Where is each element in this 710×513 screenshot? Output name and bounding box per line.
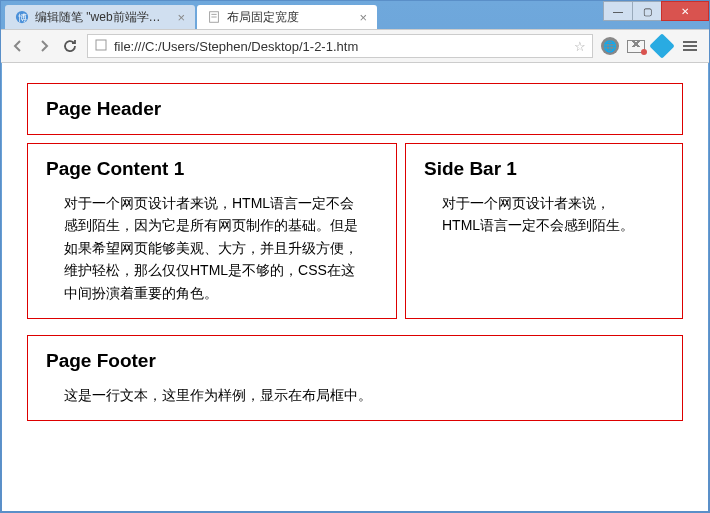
browser-window: 博 编辑随笔 "web前端学习笔 × 布局固定宽度 × — ▢ ✕ ☆ 🌐 <box>0 0 710 513</box>
favicon-icon: 博 <box>15 10 29 24</box>
page-content: Page Header Page Content 1 对于一个网页设计者来说，H… <box>2 63 708 511</box>
page-header-box: Page Header <box>27 83 683 135</box>
close-icon[interactable]: × <box>359 10 367 25</box>
sidebar-1-body: 对于一个网页设计者来说，HTML语言一定不会感到陌生。 <box>424 192 664 237</box>
bookmark-icon[interactable]: ☆ <box>574 39 586 54</box>
sidebar-1-title: Side Bar 1 <box>424 158 664 180</box>
minimize-button[interactable]: — <box>603 1 633 21</box>
titlebar: 博 编辑随笔 "web前端学习笔 × 布局固定宽度 × — ▢ ✕ <box>1 1 709 29</box>
file-icon <box>207 10 221 24</box>
content-1-body: 对于一个网页设计者来说，HTML语言一定不会感到陌生，因为它是所有网页制作的基础… <box>46 192 378 304</box>
content-1-title: Page Content 1 <box>46 158 378 180</box>
svg-rect-5 <box>96 40 106 50</box>
close-button[interactable]: ✕ <box>661 1 709 21</box>
maximize-button[interactable]: ▢ <box>632 1 662 21</box>
toolbar: ☆ 🌐 <box>1 29 709 63</box>
tab-title: 编辑随笔 "web前端学习笔 <box>35 9 171 26</box>
tag-icon[interactable] <box>649 33 674 58</box>
sidebar-1-box: Side Bar 1 对于一个网页设计者来说，HTML语言一定不会感到陌生。 <box>405 143 683 319</box>
tab-title: 布局固定宽度 <box>227 9 353 26</box>
globe-icon <box>94 38 108 55</box>
window-controls: — ▢ ✕ <box>604 1 709 21</box>
address-bar[interactable]: ☆ <box>87 34 593 58</box>
page-header-title: Page Header <box>46 98 664 120</box>
tab-active[interactable]: 布局固定宽度 × <box>197 5 377 29</box>
url-input[interactable] <box>114 39 568 54</box>
tab-inactive[interactable]: 博 编辑随笔 "web前端学习笔 × <box>5 5 195 29</box>
content-1-box: Page Content 1 对于一个网页设计者来说，HTML语言一定不会感到陌… <box>27 143 397 319</box>
back-button[interactable] <box>9 37 27 55</box>
main-row: Page Content 1 对于一个网页设计者来说，HTML语言一定不会感到陌… <box>27 143 683 327</box>
menu-button[interactable] <box>679 37 701 55</box>
forward-button[interactable] <box>35 37 53 55</box>
page-footer-box: Page Footer 这是一行文本，这里作为样例，显示在布局框中。 <box>27 335 683 421</box>
close-icon[interactable]: × <box>177 10 185 25</box>
mail-icon[interactable] <box>627 40 645 53</box>
svg-text:博: 博 <box>18 13 27 23</box>
page-footer-body: 这是一行文本，这里作为样例，显示在布局框中。 <box>46 384 664 406</box>
page-footer-title: Page Footer <box>46 350 664 372</box>
reload-button[interactable] <box>61 37 79 55</box>
translate-icon[interactable]: 🌐 <box>601 37 619 55</box>
